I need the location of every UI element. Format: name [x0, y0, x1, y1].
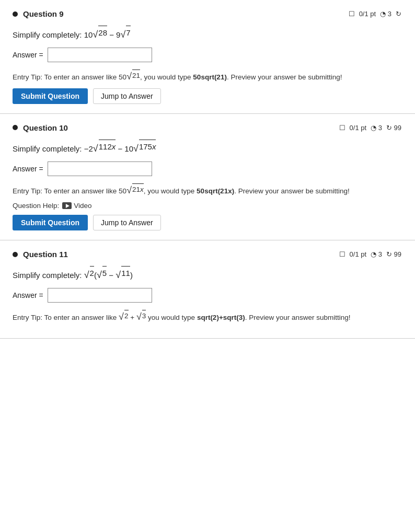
video-label: Video [74, 202, 91, 210]
question-11-answer-label: Answer = [13, 291, 43, 299]
question-9-label: Question 9 [23, 9, 64, 18]
question-10-video-link[interactable]: Video [62, 202, 91, 210]
bullet-icon [13, 252, 18, 257]
question-11-pts: 0/1 pt [350, 250, 367, 258]
question-9-answer-label: Answer = [13, 51, 43, 59]
question-11-label: Question 11 [23, 250, 68, 259]
question-11-title: Question 11 [13, 250, 68, 259]
question-11-refresh: ↻ 99 [386, 250, 401, 258]
question-9-button-row: Submit Question Jump to Answer [13, 88, 402, 104]
question-11-header: Question 11 ☐ 0/1 pt ◔ 3 ↻ 99 [13, 250, 402, 259]
question-11-block: Question 11 ☐ 0/1 pt ◔ 3 ↻ 99 Simplify c… [0, 240, 415, 339]
question-11-entry-tip: Entry Tip: To enter an answer like √2 + … [13, 310, 402, 323]
question-10-button-row: Submit Question Jump to Answer [13, 215, 402, 230]
question-10-pts: 0/1 pt [350, 124, 367, 132]
question-9-pts: 0/1 pt [359, 10, 376, 18]
question-10-submit-button[interactable]: Submit Question [13, 215, 88, 230]
question-9-answer-row: Answer = [13, 48, 402, 62]
question-11-answer-row: Answer = [13, 288, 402, 303]
question-10-help-row: Question Help: Video [13, 202, 402, 210]
question-9-jump-button[interactable]: Jump to Answer [93, 88, 161, 104]
check-icon: ☐ [339, 124, 345, 132]
question-10-entry-tip: Entry Tip: To enter an answer like 50√21… [13, 183, 402, 197]
question-11-attempts: ◔ 3 [371, 250, 382, 258]
question-9-answer-input[interactable] [48, 48, 152, 62]
question-11-meta: ☐ 0/1 pt ◔ 3 ↻ 99 [338, 250, 402, 258]
question-10-label: Question 10 [23, 123, 68, 132]
question-10-attempts: ◔ 3 [371, 124, 382, 132]
question-10-meta: ☐ 0/1 pt ◔ 3 ↻ 99 [338, 124, 402, 132]
question-10-refresh: ↻ 99 [386, 124, 401, 132]
question-9-title: Question 9 [13, 9, 64, 18]
question-10-jump-button[interactable]: Jump to Answer [93, 215, 161, 230]
question-9-entry-tip: Entry Tip: To enter an answer like 50√21… [13, 70, 402, 83]
question-9-meta: ☐ 0/1 pt ◔ 3 ↻ [348, 10, 402, 18]
question-9-problem: Simplify completely: 10√28 − 9√7 [13, 26, 402, 41]
page: Question 9 ☐ 0/1 pt ◔ 3 ↻ Simplify compl… [0, 0, 415, 532]
question-9-block: Question 9 ☐ 0/1 pt ◔ 3 ↻ Simplify compl… [0, 0, 415, 114]
check-icon: ☐ [339, 250, 345, 258]
question-9-refresh: ↻ [396, 10, 401, 18]
question-11-problem: Simplify completely: √2​(√5 − √11) [13, 266, 402, 282]
question-9-attempts: ◔ 3 [380, 10, 391, 18]
question-10-header: Question 10 ☐ 0/1 pt ◔ 3 ↻ 99 [13, 123, 402, 132]
bullet-icon [13, 11, 18, 17]
video-icon [62, 202, 72, 209]
question-10-problem: Simplify completely: −2√112x − 10√175x [13, 140, 402, 155]
question-10-answer-row: Answer = [13, 161, 402, 176]
question-9-header: Question 9 ☐ 0/1 pt ◔ 3 ↻ [13, 9, 402, 18]
bullet-icon [13, 125, 18, 130]
question-11-answer-input[interactable] [48, 288, 152, 303]
question-10-block: Question 10 ☐ 0/1 pt ◔ 3 ↻ 99 Simplify c… [0, 114, 415, 241]
question-help-label: Question Help: [13, 202, 59, 210]
check-icon: ☐ [349, 10, 355, 18]
question-9-submit-button[interactable]: Submit Question [13, 88, 88, 104]
question-10-answer-input[interactable] [48, 161, 152, 176]
question-10-answer-label: Answer = [13, 165, 43, 173]
question-10-title: Question 10 [13, 123, 68, 132]
